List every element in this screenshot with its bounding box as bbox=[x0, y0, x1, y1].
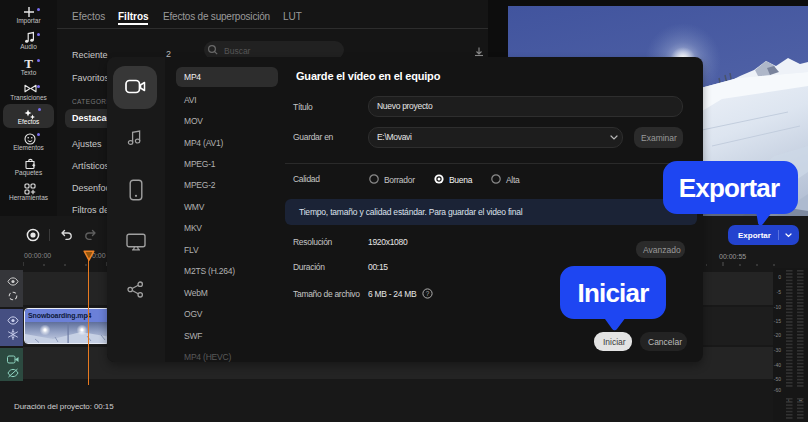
svg-text:-15: -15 bbox=[774, 318, 781, 324]
svg-text:-60: -60 bbox=[774, 387, 781, 393]
svg-text:-50: -50 bbox=[774, 376, 781, 382]
svg-text:Iniciar: Iniciar bbox=[578, 278, 650, 308]
svg-text:-20: -20 bbox=[774, 332, 781, 338]
svg-text:-5: -5 bbox=[777, 289, 782, 295]
svg-text:-30: -30 bbox=[774, 347, 781, 353]
svg-text:-10: -10 bbox=[774, 304, 781, 310]
svg-text:0: 0 bbox=[778, 274, 781, 280]
svg-text:Exportar: Exportar bbox=[679, 173, 780, 203]
svg-text:?: ? bbox=[426, 290, 430, 297]
svg-text:-40: -40 bbox=[774, 362, 781, 368]
